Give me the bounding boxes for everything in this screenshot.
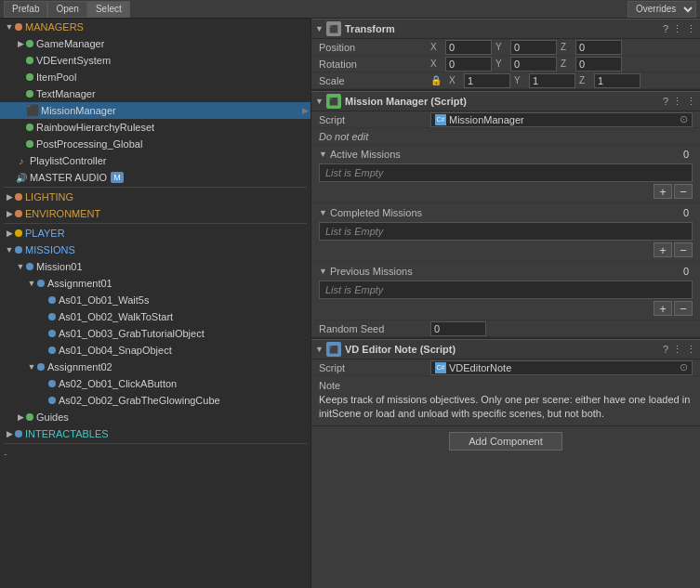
hierarchy-item-as02ob02[interactable]: As02_Ob02_GrabTheGlowingCube (0, 392, 310, 409)
script-ref-field[interactable]: C# MissionManager ⊙ (430, 112, 693, 127)
open-button[interactable]: Open (47, 1, 86, 18)
more-icon[interactable]: ⋮ (686, 23, 696, 35)
completed-missions-remove-btn[interactable]: − (674, 242, 693, 257)
hierarchy-item-vdeventsystem[interactable]: VDEventSystem (0, 52, 310, 69)
item-label: VDEventSystem (36, 55, 111, 66)
hierarchy-item-gamemanager[interactable]: GameManager (0, 35, 310, 52)
active-missions-expand[interactable]: ▼ (319, 150, 330, 159)
prefab-button[interactable]: Prefab (4, 1, 47, 18)
hierarchy-item-interactables[interactable]: INTERACTABLES (0, 425, 310, 442)
speaker-icon: 🔊 (15, 171, 28, 184)
expand-arrow (4, 208, 15, 219)
hierarchy-item-dash: - (0, 445, 310, 462)
x-axis-label: X (430, 59, 442, 69)
completed-missions-expand[interactable]: ▼ (319, 208, 330, 217)
hierarchy-item-rainbowhierarchy[interactable]: RainbowHierarchyRuleset (0, 119, 310, 136)
overrides-select[interactable]: Overrides (627, 1, 696, 18)
item-label: Mission01 (36, 261, 83, 272)
dot-icon (15, 23, 22, 31)
select-button[interactable]: Select (87, 1, 130, 18)
script-ref-btn[interactable]: ⊙ (680, 113, 688, 125)
hierarchy-item-lighting[interactable]: LIGHTING (0, 189, 310, 205)
hierarchy-item-missionmanager[interactable]: ⬛ MissionManager ▶ (0, 102, 310, 119)
hierarchy-item-itempool[interactable]: ItemPool (0, 69, 310, 85)
dot-icon (26, 40, 33, 47)
position-x-input[interactable] (445, 40, 492, 55)
previous-missions-add-btn[interactable]: + (654, 301, 672, 316)
more-icon[interactable]: ⋮ (686, 96, 696, 108)
rotation-x-input[interactable] (445, 57, 492, 72)
completed-missions-label: Completed Missions (330, 207, 683, 218)
script-label: Script (319, 114, 430, 125)
rotation-z-input[interactable] (575, 57, 622, 72)
settings-icon[interactable]: ⋮ (672, 96, 682, 108)
active-missions-remove-btn[interactable]: − (674, 184, 693, 199)
hierarchy-item-as01ob04[interactable]: As01_Ob04_SnapObject (0, 342, 310, 359)
previous-missions-label: Previous Missions (330, 266, 683, 277)
separator (4, 187, 307, 188)
expand-arrow (4, 191, 15, 203)
mission-manager-buttons: ? ⋮ ⋮ (663, 96, 696, 108)
scale-z-input[interactable] (594, 73, 641, 88)
z-axis-label: Z (579, 75, 590, 85)
more-icon[interactable]: ⋮ (686, 344, 696, 356)
hierarchy-item-playlistcontroller[interactable]: ♪ PlaylistController (0, 152, 310, 169)
expand-arrow (4, 155, 15, 166)
dot-icon (48, 330, 56, 337)
transform-header[interactable]: ▼ ⬛ Transform ? ⋮ ⋮ (311, 19, 700, 39)
vd-editor-note-header[interactable]: ▼ ⬛ VD Editor Note (Script) ? ⋮ ⋮ (311, 339, 700, 359)
item-label: Assignment01 (47, 278, 112, 289)
dot-icon (37, 280, 45, 287)
scale-x-input[interactable] (464, 73, 510, 88)
script-ref-btn[interactable]: ⊙ (680, 361, 688, 373)
expand-arrow (4, 228, 15, 239)
hierarchy-item-masteraudio[interactable]: 🔊 MASTER AUDIO M (0, 169, 310, 186)
active-missions-add-btn[interactable]: + (654, 184, 672, 199)
hierarchy-item-postprocessing[interactable]: PostProcessing_Global (0, 136, 310, 152)
help-icon[interactable]: ? (663, 96, 668, 108)
settings-icon[interactable]: ⋮ (672, 344, 682, 356)
top-toolbar: Prefab Open Select Overrides (0, 0, 700, 19)
hierarchy-item-assignment02[interactable]: Assignment02 (0, 359, 310, 375)
hierarchy-item-as01ob02[interactable]: As01_Ob02_WalkToStart (0, 308, 310, 325)
hierarchy-item-environment[interactable]: ENVIRONMENT (0, 205, 310, 222)
hierarchy-item-player[interactable]: PLAYER (0, 225, 310, 242)
hierarchy-item-managers[interactable]: MANAGERS (0, 19, 310, 35)
item-label: ItemPool (36, 72, 76, 83)
completed-missions-add-btn[interactable]: + (654, 242, 672, 257)
previous-missions-header: ▼ Previous Missions 0 (319, 262, 693, 281)
help-icon[interactable]: ? (663, 344, 668, 356)
y-axis-label: Y (495, 59, 507, 69)
expand-arrow (37, 345, 48, 356)
position-y-input[interactable] (510, 40, 557, 55)
expand-arrow (15, 122, 26, 133)
hierarchy-item-textmanager[interactable]: TextManager (0, 85, 310, 102)
expand-arrow (4, 428, 15, 439)
help-icon[interactable]: ? (663, 23, 668, 35)
completed-missions-empty: List is Empty (319, 222, 693, 241)
hierarchy-item-mission01[interactable]: Mission01 (0, 258, 310, 275)
dot-icon (37, 363, 45, 371)
hierarchy-item-as01ob01[interactable]: As01_Ob01_Wait5s (0, 292, 310, 308)
add-component-button[interactable]: Add Component (449, 432, 562, 451)
mission-manager-header[interactable]: ▼ ⬛ Mission Manager (Script) ? ⋮ ⋮ (311, 91, 700, 111)
hierarchy-item-as02ob01[interactable]: As02_Ob01_ClickAButton (0, 375, 310, 392)
item-label: Assignment02 (47, 361, 112, 372)
hierarchy-item-missions[interactable]: MISSIONS (0, 242, 310, 258)
dot-icon (48, 296, 56, 304)
scale-y-input[interactable] (529, 73, 575, 88)
music-icon: ♪ (15, 154, 28, 167)
item-label: PLAYER (25, 228, 65, 239)
settings-icon[interactable]: ⋮ (672, 23, 682, 35)
random-seed-input[interactable] (430, 321, 486, 336)
previous-missions-remove-btn[interactable]: − (674, 301, 693, 316)
hierarchy-item-guides[interactable]: Guides (0, 409, 310, 425)
vd-editor-note-script-ref[interactable]: C# VDEditorNote ⊙ (430, 360, 693, 375)
hierarchy-item-assignment01[interactable]: Assignment01 (0, 275, 310, 292)
rotation-y-input[interactable] (510, 57, 557, 72)
hierarchy-item-as01ob03[interactable]: As01_Ob03_GrabTutorialObject (0, 325, 310, 342)
dot-icon (26, 140, 33, 148)
previous-missions-expand[interactable]: ▼ (319, 267, 330, 276)
item-label: MISSIONS (25, 244, 75, 255)
position-z-input[interactable] (575, 40, 622, 55)
